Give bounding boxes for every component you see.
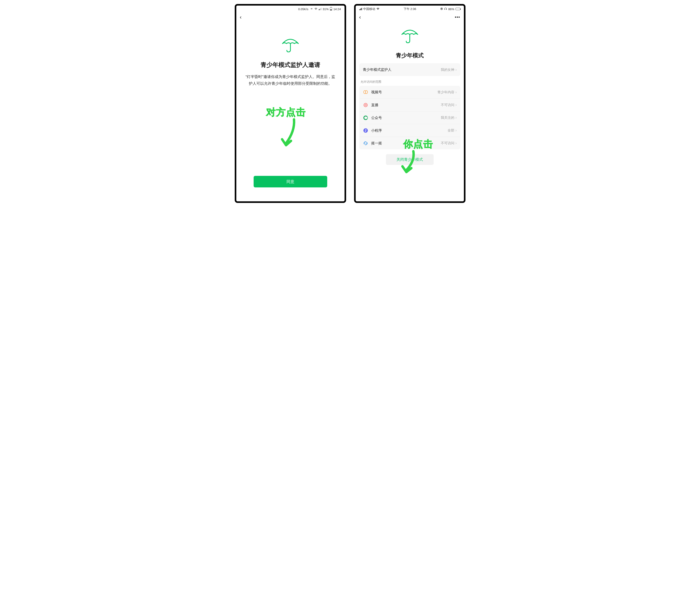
row-label: 视频号	[371, 90, 438, 95]
row-label: 直播	[371, 103, 441, 107]
svg-rect-7	[365, 142, 367, 145]
agree-button[interactable]: 同意	[254, 176, 327, 188]
settings-list: 青少年模式监护人 我的女神 › 允许访问的范围 视频号 青少年内容 ›	[359, 63, 460, 149]
rotation-lock-icon	[440, 7, 443, 11]
page-title: 青少年模式	[396, 52, 424, 59]
status-left: 中国移动	[359, 7, 379, 11]
page-description: "灯半昏时"邀请你成为青少年模式监护人。同意后，监护人可以允许青少年临时使用部分…	[236, 73, 345, 87]
chevron-right-icon: ›	[455, 90, 457, 94]
row-value: 我关注的	[441, 116, 454, 120]
signal-icon	[359, 8, 362, 10]
shake-icon	[363, 141, 368, 146]
status-time: 下午 2:36	[379, 7, 441, 11]
network-speed: 0.05K/s	[298, 7, 308, 11]
row-guardian[interactable]: 青少年模式监护人 我的女神 ›	[359, 63, 460, 76]
row-label: 青少年模式监护人	[363, 67, 441, 72]
row-value: 不可访问	[441, 103, 454, 107]
battery-icon	[455, 8, 460, 10]
mute-icon	[310, 7, 313, 11]
chevron-right-icon: ›	[455, 116, 457, 120]
row-miniprogram[interactable]: 小程序 全部 ›	[359, 124, 460, 137]
row-value: 我的女神	[441, 68, 454, 72]
svg-point-5	[365, 104, 367, 106]
battery-percent: 31%	[323, 7, 329, 11]
phone-left: 0.05K/s 31% 14:24 ‹ 青少年模式监护人邀请 "灯半昏时	[235, 4, 346, 203]
navbar: ‹ •••	[356, 12, 464, 22]
annotation-label-left: 对方点击	[266, 107, 306, 117]
row-channels[interactable]: 视频号 青少年内容 ›	[359, 86, 460, 98]
svg-rect-2	[330, 9, 332, 10]
chevron-right-icon: ›	[455, 68, 457, 72]
row-value: 不可访问	[441, 141, 454, 145]
close-mode-button[interactable]: 关闭青少年模式	[386, 154, 434, 165]
battery-icon	[330, 7, 332, 11]
back-button[interactable]: ‹	[240, 15, 242, 20]
annotation-arrow-left	[276, 117, 300, 151]
navbar: ‹	[236, 12, 345, 22]
row-label: 摇一摇	[371, 141, 441, 146]
umbrella-icon	[279, 33, 301, 55]
status-right: 0.05K/s 31% 14:24	[298, 7, 341, 11]
page-title: 青少年模式监护人邀请	[260, 61, 320, 69]
row-shake[interactable]: 摇一摇 不可访问 ›	[359, 137, 460, 149]
statusbar: 中国移动 下午 2:36 86%	[356, 5, 464, 12]
more-button[interactable]: •••	[455, 15, 460, 20]
section-header-scope: 允许访问的范围	[359, 76, 460, 86]
chevron-right-icon: ›	[455, 103, 457, 107]
back-button[interactable]: ‹	[359, 15, 361, 20]
miniprogram-icon	[363, 128, 368, 133]
umbrella-icon	[399, 24, 421, 46]
row-label: 公众号	[371, 116, 441, 120]
battery-percent: 86%	[448, 7, 454, 11]
wifi-icon	[376, 7, 379, 11]
official-icon	[363, 115, 368, 121]
row-value: 青少年内容	[438, 90, 454, 95]
wifi-icon	[314, 7, 318, 11]
statusbar: 0.05K/s 31% 14:24	[236, 5, 345, 12]
content-area: 青少年模式 青少年模式监护人 我的女神 › 允许访问的范围 视频号 青少年	[356, 22, 464, 201]
channels-icon	[363, 89, 368, 95]
status-time: 14:24	[333, 7, 341, 11]
signal-icon	[319, 8, 322, 10]
svg-point-4	[364, 103, 368, 107]
headphones-icon	[444, 7, 447, 11]
live-icon	[363, 102, 368, 108]
row-label: 小程序	[371, 128, 448, 133]
row-official[interactable]: 公众号 我关注的 ›	[359, 111, 460, 124]
guardian-group: 青少年模式监护人 我的女神 ›	[359, 63, 460, 76]
row-live[interactable]: 直播 不可访问 ›	[359, 98, 460, 111]
status-right: 86%	[440, 7, 460, 11]
phone-right: 中国移动 下午 2:36 86% ‹ ••• 青少年模式	[354, 4, 466, 203]
chevron-right-icon: ›	[455, 128, 457, 132]
carrier-label: 中国移动	[363, 7, 375, 11]
scope-group: 视频号 青少年内容 › 直播 不可访问 › 公众号	[359, 86, 460, 149]
row-value: 全部	[448, 128, 454, 133]
content-area: 青少年模式监护人邀请 "灯半昏时"邀请你成为青少年模式监护人。同意后，监护人可以…	[236, 22, 345, 201]
chevron-right-icon: ›	[455, 141, 457, 145]
